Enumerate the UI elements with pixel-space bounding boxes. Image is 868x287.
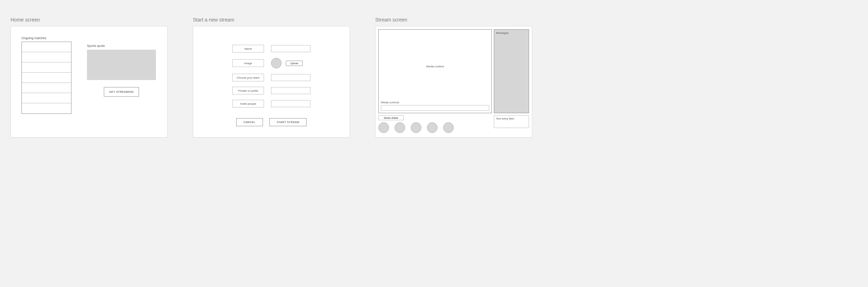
home-screen-title: Home screen bbox=[11, 17, 168, 23]
privacy-label: Private or public bbox=[232, 87, 264, 94]
media-panel: Media content Media controls bbox=[378, 29, 492, 113]
form-row-invite: Invite people bbox=[232, 100, 310, 108]
stream-screen-frame: Media content Media controls Messages Me… bbox=[375, 26, 532, 138]
wireframe-canvas: Home screen Ongoing matches bbox=[11, 17, 857, 138]
media-controls-label: Media controls bbox=[381, 101, 489, 104]
sports-quote-placeholder bbox=[87, 50, 156, 80]
name-label: Name bbox=[232, 45, 264, 53]
form-row-image: Image Upload bbox=[232, 58, 310, 68]
stream-bottom-row: Media details Text entry field bbox=[378, 115, 529, 133]
text-entry-label: Text entry field bbox=[496, 117, 514, 120]
sports-quote-label: Sports quote bbox=[87, 44, 156, 48]
form-row-name: Name bbox=[232, 45, 310, 53]
media-details-button[interactable]: Media details bbox=[378, 115, 404, 120]
avatar[interactable] bbox=[443, 122, 454, 133]
media-content-label: Media content bbox=[381, 32, 489, 101]
media-controls-bar[interactable] bbox=[381, 105, 489, 111]
avatar[interactable] bbox=[395, 122, 405, 133]
messages-panel[interactable]: Messages bbox=[494, 29, 529, 113]
avatar[interactable] bbox=[427, 122, 438, 133]
list-item[interactable] bbox=[22, 93, 71, 103]
name-input[interactable] bbox=[271, 45, 310, 52]
stream-top-row: Media content Media controls Messages bbox=[378, 29, 529, 113]
start-stream-title: Start a new stream bbox=[193, 17, 350, 23]
cancel-button[interactable]: CANCEL bbox=[236, 118, 263, 126]
ongoing-matches-list[interactable] bbox=[21, 42, 71, 114]
invite-input[interactable] bbox=[271, 100, 310, 107]
media-details-column: Media details bbox=[378, 115, 492, 133]
invite-label: Invite people bbox=[232, 100, 264, 108]
upload-button[interactable]: Upload bbox=[286, 61, 303, 66]
start-stream-group: Start a new stream Name Image Upload Cho… bbox=[193, 17, 350, 138]
text-entry-field[interactable]: Text entry field bbox=[494, 115, 529, 128]
team-input[interactable] bbox=[271, 74, 310, 81]
avatar[interactable] bbox=[411, 122, 421, 133]
list-item[interactable] bbox=[22, 73, 71, 83]
home-screen-group: Home screen Ongoing matches bbox=[11, 17, 168, 138]
stream-screen-title: Stream screen bbox=[375, 17, 532, 23]
privacy-input[interactable] bbox=[271, 87, 310, 94]
team-label: Choose your team bbox=[232, 74, 264, 81]
media-controls-section: Media controls bbox=[381, 101, 489, 111]
home-screen-frame: Ongoing matches Sports quote GET STREA bbox=[11, 26, 168, 138]
list-item[interactable] bbox=[22, 83, 71, 93]
sports-quote-column: Sports quote GET STREAMING bbox=[87, 36, 156, 114]
image-preview-circle bbox=[271, 58, 282, 68]
form-row-privacy: Private or public bbox=[232, 87, 310, 94]
list-item[interactable] bbox=[22, 42, 71, 52]
avatar[interactable] bbox=[378, 122, 389, 133]
start-stream-frame: Name Image Upload Choose your team Priva… bbox=[193, 26, 350, 138]
messages-label: Messages bbox=[496, 31, 509, 35]
start-stream-actions: CANCEL START STREAM bbox=[204, 118, 339, 126]
list-item[interactable] bbox=[22, 52, 71, 62]
list-item[interactable] bbox=[22, 103, 71, 114]
image-label: Image bbox=[232, 59, 264, 67]
list-item[interactable] bbox=[22, 62, 71, 73]
start-stream-form: Name Image Upload Choose your team Priva… bbox=[204, 45, 339, 108]
ongoing-matches-label: Ongoing matches bbox=[21, 36, 71, 40]
home-screen-body: Ongoing matches Sports quote GET STREA bbox=[21, 36, 157, 114]
form-row-team: Choose your team bbox=[232, 74, 310, 81]
start-stream-button[interactable]: START STREAM bbox=[269, 118, 307, 126]
ongoing-matches-column: Ongoing matches bbox=[21, 36, 71, 114]
image-upload-cell: Upload bbox=[271, 58, 310, 68]
avatar-row bbox=[378, 122, 492, 133]
get-streaming-button[interactable]: GET STREAMING bbox=[104, 87, 139, 97]
stream-screen-group: Stream screen Media content Media contro… bbox=[375, 17, 532, 138]
